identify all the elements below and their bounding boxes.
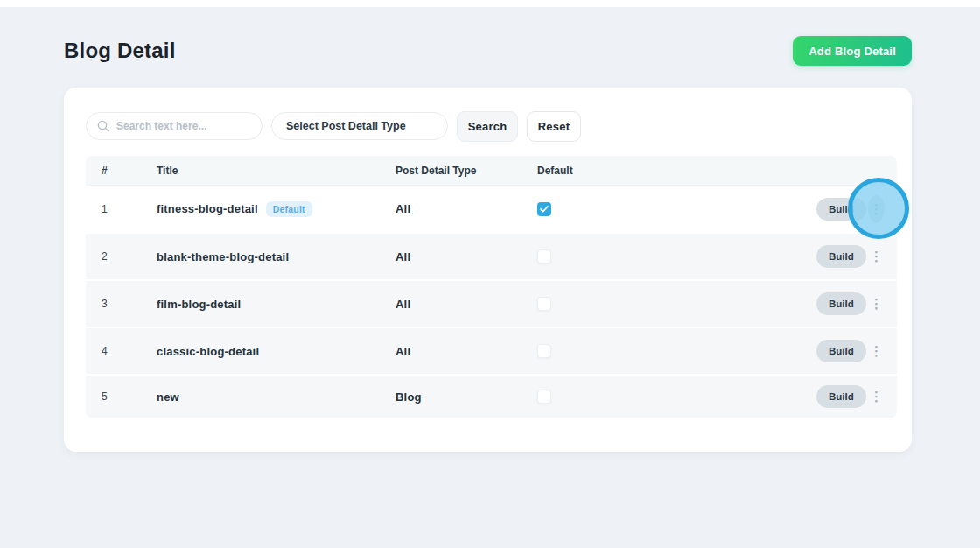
table-row: 4 classic-blog-detail All Build ⋮ <box>86 327 897 374</box>
kebab-menu-icon[interactable]: ⋮ <box>868 383 885 411</box>
kebab-menu-icon[interactable]: ⋮ <box>868 290 885 318</box>
build-button[interactable]: Build <box>816 198 866 221</box>
row-title: fitness-blog-detail <box>157 202 258 215</box>
content-card: Select Post Detail Type Search Reset # T… <box>64 88 912 452</box>
row-title: classic-blog-detail <box>157 345 259 358</box>
kebab-menu-icon[interactable]: ⋮ <box>868 195 885 223</box>
blog-detail-table: # Title Post Detail Type Default 1 fitne… <box>86 156 897 418</box>
post-detail-type-select[interactable]: Select Post Detail Type <box>271 112 448 140</box>
table-row: 2 blank-theme-blog-detail All Build ⋮ <box>86 232 897 279</box>
check-icon <box>540 206 549 213</box>
column-header-num: # <box>102 165 157 177</box>
column-header-default: Default <box>537 165 816 177</box>
row-number: 3 <box>102 298 157 310</box>
build-button[interactable]: Build <box>816 292 866 315</box>
table-header: # Title Post Detail Type Default <box>86 156 897 185</box>
row-title: new <box>157 390 179 404</box>
kebab-menu-icon[interactable]: ⋮ <box>868 337 885 365</box>
filter-bar: Select Post Detail Type Search Reset <box>86 110 581 142</box>
table-row: 5 new Blog Build ⋮ <box>86 374 897 418</box>
default-checkbox[interactable] <box>537 202 551 216</box>
row-number: 1 <box>102 203 157 215</box>
page-header: Blog Detail Add Blog Detail <box>64 33 912 68</box>
column-header-title: Title <box>157 165 396 177</box>
select-value: Select Post Detail Type <box>286 120 406 132</box>
row-type: Blog <box>396 390 537 404</box>
row-type: All <box>396 298 537 311</box>
build-button[interactable]: Build <box>816 340 866 362</box>
search-icon <box>97 120 109 132</box>
add-blog-detail-button[interactable]: Add Blog Detail <box>793 36 912 66</box>
default-checkbox[interactable] <box>537 297 551 311</box>
column-header-type: Post Detail Type <box>396 165 537 177</box>
kebab-menu-icon[interactable]: ⋮ <box>868 242 885 270</box>
page-title: Blog Detail <box>64 39 176 63</box>
default-checkbox[interactable] <box>537 249 551 263</box>
table-row: 3 film-blog-detail All Build ⋮ <box>86 279 897 327</box>
search-button[interactable]: Search <box>457 111 518 142</box>
row-number: 4 <box>102 345 157 357</box>
default-badge: Default <box>266 201 312 217</box>
search-input[interactable] <box>116 120 251 132</box>
default-checkbox[interactable] <box>537 390 551 404</box>
row-title: blank-theme-blog-detail <box>157 250 289 263</box>
build-button[interactable]: Build <box>816 385 866 408</box>
row-type: All <box>396 345 537 358</box>
table-row: 1 fitness-blog-detail Default All Build … <box>86 185 897 232</box>
top-strip <box>0 0 980 7</box>
reset-button[interactable]: Reset <box>527 111 581 142</box>
build-button[interactable]: Build <box>816 245 866 268</box>
default-checkbox[interactable] <box>537 344 551 358</box>
row-title: film-blog-detail <box>157 298 241 311</box>
row-type: All <box>396 250 537 263</box>
search-box[interactable] <box>86 112 262 140</box>
row-number: 5 <box>102 390 157 403</box>
row-number: 2 <box>102 250 157 263</box>
row-type: All <box>396 202 537 215</box>
